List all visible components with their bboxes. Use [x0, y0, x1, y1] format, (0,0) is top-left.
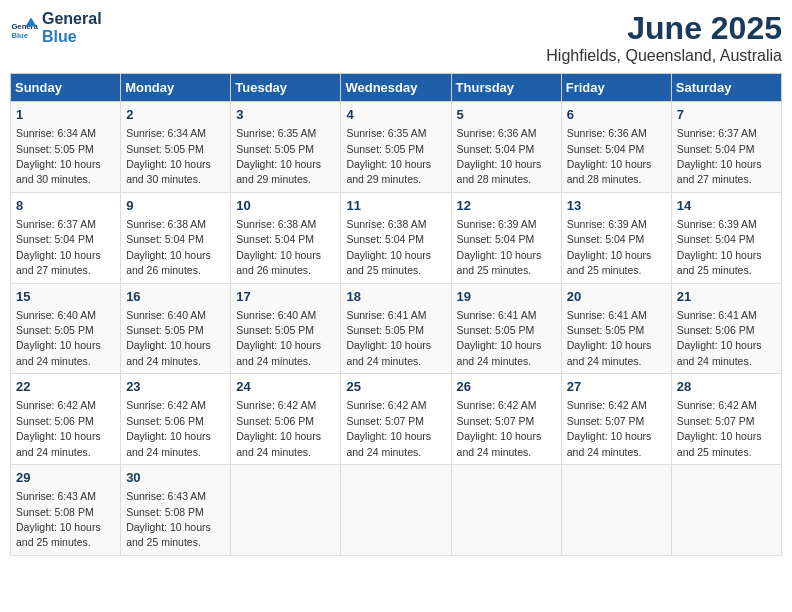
- table-row: 3 Sunrise: 6:35 AMSunset: 5:05 PMDayligh…: [231, 102, 341, 193]
- header-friday: Friday: [561, 74, 671, 102]
- logo: General Blue General Blue: [10, 10, 102, 46]
- table-row: 14 Sunrise: 6:39 AMSunset: 5:04 PMDaylig…: [671, 192, 781, 283]
- table-row: 20 Sunrise: 6:41 AMSunset: 5:05 PMDaylig…: [561, 283, 671, 374]
- day-detail: Sunrise: 6:35 AMSunset: 5:05 PMDaylight:…: [346, 127, 431, 185]
- table-row: 27 Sunrise: 6:42 AMSunset: 5:07 PMDaylig…: [561, 374, 671, 465]
- day-detail: Sunrise: 6:37 AMSunset: 5:04 PMDaylight:…: [677, 127, 762, 185]
- day-number: 21: [677, 288, 776, 306]
- day-number: 10: [236, 197, 335, 215]
- day-number: 7: [677, 106, 776, 124]
- table-row: 25 Sunrise: 6:42 AMSunset: 5:07 PMDaylig…: [341, 374, 451, 465]
- day-number: 27: [567, 378, 666, 396]
- svg-text:Blue: Blue: [11, 31, 28, 40]
- day-detail: Sunrise: 6:41 AMSunset: 5:05 PMDaylight:…: [346, 309, 431, 367]
- day-detail: Sunrise: 6:42 AMSunset: 5:07 PMDaylight:…: [677, 399, 762, 457]
- day-detail: Sunrise: 6:43 AMSunset: 5:08 PMDaylight:…: [16, 490, 101, 548]
- header-sunday: Sunday: [11, 74, 121, 102]
- table-row: 24 Sunrise: 6:42 AMSunset: 5:06 PMDaylig…: [231, 374, 341, 465]
- day-number: 23: [126, 378, 225, 396]
- day-number: 15: [16, 288, 115, 306]
- day-number: 25: [346, 378, 445, 396]
- day-number: 29: [16, 469, 115, 487]
- table-row: 29 Sunrise: 6:43 AMSunset: 5:08 PMDaylig…: [11, 465, 121, 556]
- header-saturday: Saturday: [671, 74, 781, 102]
- header-thursday: Thursday: [451, 74, 561, 102]
- month-title: June 2025: [546, 10, 782, 47]
- day-detail: Sunrise: 6:35 AMSunset: 5:05 PMDaylight:…: [236, 127, 321, 185]
- day-detail: Sunrise: 6:41 AMSunset: 5:05 PMDaylight:…: [457, 309, 542, 367]
- day-detail: Sunrise: 6:41 AMSunset: 5:05 PMDaylight:…: [567, 309, 652, 367]
- calendar-week: 22 Sunrise: 6:42 AMSunset: 5:06 PMDaylig…: [11, 374, 782, 465]
- calendar-week: 29 Sunrise: 6:43 AMSunset: 5:08 PMDaylig…: [11, 465, 782, 556]
- table-row: 12 Sunrise: 6:39 AMSunset: 5:04 PMDaylig…: [451, 192, 561, 283]
- table-row: 6 Sunrise: 6:36 AMSunset: 5:04 PMDayligh…: [561, 102, 671, 193]
- logo-icon: General Blue: [10, 14, 38, 42]
- day-detail: Sunrise: 6:42 AMSunset: 5:07 PMDaylight:…: [346, 399, 431, 457]
- table-row: 18 Sunrise: 6:41 AMSunset: 5:05 PMDaylig…: [341, 283, 451, 374]
- subtitle: Highfields, Queensland, Australia: [546, 47, 782, 65]
- table-row: 10 Sunrise: 6:38 AMSunset: 5:04 PMDaylig…: [231, 192, 341, 283]
- empty-cell: [231, 465, 341, 556]
- day-number: 22: [16, 378, 115, 396]
- day-number: 18: [346, 288, 445, 306]
- table-row: 26 Sunrise: 6:42 AMSunset: 5:07 PMDaylig…: [451, 374, 561, 465]
- calendar-week: 8 Sunrise: 6:37 AMSunset: 5:04 PMDayligh…: [11, 192, 782, 283]
- empty-cell: [451, 465, 561, 556]
- header-monday: Monday: [121, 74, 231, 102]
- calendar-body: 1 Sunrise: 6:34 AMSunset: 5:05 PMDayligh…: [11, 102, 782, 556]
- calendar-week: 1 Sunrise: 6:34 AMSunset: 5:05 PMDayligh…: [11, 102, 782, 193]
- title-block: June 2025 Highfields, Queensland, Austra…: [546, 10, 782, 65]
- calendar-table: Sunday Monday Tuesday Wednesday Thursday…: [10, 73, 782, 556]
- day-detail: Sunrise: 6:40 AMSunset: 5:05 PMDaylight:…: [126, 309, 211, 367]
- day-detail: Sunrise: 6:42 AMSunset: 5:07 PMDaylight:…: [567, 399, 652, 457]
- table-row: 13 Sunrise: 6:39 AMSunset: 5:04 PMDaylig…: [561, 192, 671, 283]
- table-row: 28 Sunrise: 6:42 AMSunset: 5:07 PMDaylig…: [671, 374, 781, 465]
- day-detail: Sunrise: 6:36 AMSunset: 5:04 PMDaylight:…: [567, 127, 652, 185]
- day-number: 6: [567, 106, 666, 124]
- table-row: 9 Sunrise: 6:38 AMSunset: 5:04 PMDayligh…: [121, 192, 231, 283]
- table-row: 2 Sunrise: 6:34 AMSunset: 5:05 PMDayligh…: [121, 102, 231, 193]
- day-detail: Sunrise: 6:43 AMSunset: 5:08 PMDaylight:…: [126, 490, 211, 548]
- header-row: Sunday Monday Tuesday Wednesday Thursday…: [11, 74, 782, 102]
- day-number: 30: [126, 469, 225, 487]
- empty-cell: [341, 465, 451, 556]
- day-number: 3: [236, 106, 335, 124]
- day-number: 2: [126, 106, 225, 124]
- day-number: 9: [126, 197, 225, 215]
- page-header: General Blue General Blue June 2025 High…: [10, 10, 782, 65]
- table-row: 4 Sunrise: 6:35 AMSunset: 5:05 PMDayligh…: [341, 102, 451, 193]
- table-row: 15 Sunrise: 6:40 AMSunset: 5:05 PMDaylig…: [11, 283, 121, 374]
- empty-cell: [561, 465, 671, 556]
- day-number: 4: [346, 106, 445, 124]
- day-detail: Sunrise: 6:42 AMSunset: 5:06 PMDaylight:…: [126, 399, 211, 457]
- header-wednesday: Wednesday: [341, 74, 451, 102]
- day-detail: Sunrise: 6:34 AMSunset: 5:05 PMDaylight:…: [126, 127, 211, 185]
- empty-cell: [671, 465, 781, 556]
- header-tuesday: Tuesday: [231, 74, 341, 102]
- day-detail: Sunrise: 6:39 AMSunset: 5:04 PMDaylight:…: [567, 218, 652, 276]
- day-detail: Sunrise: 6:38 AMSunset: 5:04 PMDaylight:…: [236, 218, 321, 276]
- table-row: 30 Sunrise: 6:43 AMSunset: 5:08 PMDaylig…: [121, 465, 231, 556]
- day-number: 8: [16, 197, 115, 215]
- day-detail: Sunrise: 6:40 AMSunset: 5:05 PMDaylight:…: [16, 309, 101, 367]
- day-number: 13: [567, 197, 666, 215]
- day-number: 12: [457, 197, 556, 215]
- table-row: 5 Sunrise: 6:36 AMSunset: 5:04 PMDayligh…: [451, 102, 561, 193]
- table-row: 21 Sunrise: 6:41 AMSunset: 5:06 PMDaylig…: [671, 283, 781, 374]
- day-number: 17: [236, 288, 335, 306]
- day-detail: Sunrise: 6:37 AMSunset: 5:04 PMDaylight:…: [16, 218, 101, 276]
- day-detail: Sunrise: 6:38 AMSunset: 5:04 PMDaylight:…: [126, 218, 211, 276]
- day-detail: Sunrise: 6:34 AMSunset: 5:05 PMDaylight:…: [16, 127, 101, 185]
- day-detail: Sunrise: 6:38 AMSunset: 5:04 PMDaylight:…: [346, 218, 431, 276]
- day-detail: Sunrise: 6:42 AMSunset: 5:07 PMDaylight:…: [457, 399, 542, 457]
- day-number: 20: [567, 288, 666, 306]
- table-row: 7 Sunrise: 6:37 AMSunset: 5:04 PMDayligh…: [671, 102, 781, 193]
- calendar-week: 15 Sunrise: 6:40 AMSunset: 5:05 PMDaylig…: [11, 283, 782, 374]
- table-row: 16 Sunrise: 6:40 AMSunset: 5:05 PMDaylig…: [121, 283, 231, 374]
- day-number: 14: [677, 197, 776, 215]
- day-number: 28: [677, 378, 776, 396]
- day-number: 16: [126, 288, 225, 306]
- table-row: 19 Sunrise: 6:41 AMSunset: 5:05 PMDaylig…: [451, 283, 561, 374]
- table-row: 8 Sunrise: 6:37 AMSunset: 5:04 PMDayligh…: [11, 192, 121, 283]
- day-detail: Sunrise: 6:40 AMSunset: 5:05 PMDaylight:…: [236, 309, 321, 367]
